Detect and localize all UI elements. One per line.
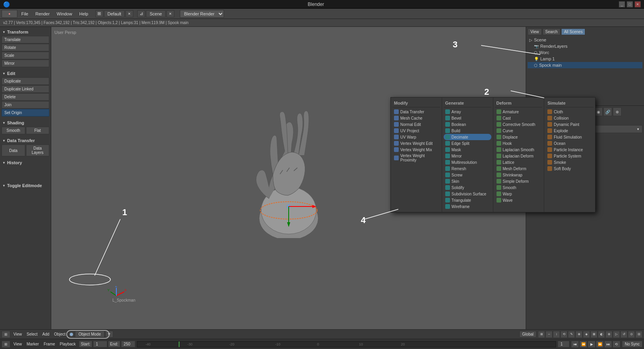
tb-icon-8[interactable]: ⊠ bbox=[590, 331, 597, 338]
mod-curve[interactable]: Curve bbox=[495, 128, 543, 134]
mod-simple-deform[interactable]: Simple Deform bbox=[495, 178, 543, 184]
scene-label[interactable]: Scene bbox=[146, 10, 165, 17]
scene-close[interactable]: ✕ bbox=[166, 10, 174, 17]
mirror-button[interactable]: Mirror bbox=[2, 60, 49, 67]
history-section-header[interactable]: History bbox=[2, 159, 49, 166]
scene-item-spockmain[interactable]: ⬡ Spock main bbox=[528, 62, 642, 68]
mod-warp[interactable]: Warp bbox=[495, 191, 543, 197]
mod-remesh[interactable]: Remesh bbox=[444, 165, 491, 172]
mod-smooth[interactable]: Smooth bbox=[495, 184, 543, 191]
mod-cloth[interactable]: Cloth bbox=[546, 109, 594, 115]
add-menu[interactable]: Add bbox=[41, 331, 51, 337]
tb-icon-2[interactable]: ↔ bbox=[545, 331, 553, 338]
scene-icon[interactable]: ⊿ bbox=[137, 10, 145, 17]
scene-item-scene[interactable]: ▷ Scene bbox=[528, 37, 642, 43]
mod-vertex-weight-edit[interactable]: Vertex Weight Edit bbox=[392, 140, 440, 146]
mod-particle-instance[interactable]: Particle Instance bbox=[546, 146, 594, 153]
timeline-icon[interactable]: ⊞ bbox=[2, 341, 10, 348]
tb-icon-13[interactable]: ⊙ bbox=[628, 331, 635, 338]
prop-texture-icon[interactable]: 🔗 bbox=[603, 107, 612, 116]
engine-dropdown[interactable]: Blender Render bbox=[180, 10, 224, 18]
tb-icon-12[interactable]: ↺ bbox=[620, 331, 627, 338]
mode-dropdown[interactable]: Object Mode bbox=[75, 331, 105, 338]
mod-build[interactable]: Build bbox=[444, 128, 491, 134]
mod-displace[interactable]: Displace bbox=[495, 134, 543, 140]
mod-laplacian-deform[interactable]: Laplacian Deform bbox=[495, 153, 543, 159]
mod-smoke[interactable]: Smoke bbox=[546, 159, 594, 165]
scene-item-lamp[interactable]: 💡 Lamp 1 bbox=[528, 56, 642, 62]
mod-uv-warp[interactable]: UV Warp bbox=[392, 134, 440, 140]
edit-section-header[interactable]: Edit bbox=[2, 70, 49, 77]
viewport-icon-btn[interactable]: ⊞ bbox=[2, 331, 10, 338]
mod-dynamic-paint[interactable]: Dynamic Paint bbox=[546, 121, 594, 128]
mod-hook[interactable]: Hook bbox=[495, 140, 543, 146]
duplicate-button[interactable]: Duplicate bbox=[2, 77, 49, 85]
data-layers-button[interactable]: Data Layers bbox=[26, 144, 50, 156]
join-button[interactable]: Join bbox=[2, 101, 49, 109]
shading-section-header[interactable]: Shading bbox=[2, 119, 49, 126]
tb-icon-10[interactable]: ⊛ bbox=[605, 331, 612, 338]
mod-wave[interactable]: Wave bbox=[495, 197, 543, 203]
tb-icon-4[interactable]: ⟲ bbox=[560, 331, 567, 338]
mod-soft-body[interactable]: Soft Body bbox=[546, 165, 594, 172]
mod-particle-system[interactable]: Particle System bbox=[546, 153, 594, 159]
mod-boolean[interactable]: Boolean bbox=[444, 121, 491, 128]
menu-help[interactable]: Help bbox=[76, 11, 91, 17]
flat-button[interactable]: Flat bbox=[26, 127, 50, 134]
timeline-playback[interactable]: Playback bbox=[58, 341, 78, 347]
mod-multiresolution[interactable]: Multiresolution bbox=[444, 159, 491, 165]
toggle-editmode-header[interactable]: Toggle Editmode bbox=[2, 182, 49, 189]
mod-mask[interactable]: Mask bbox=[444, 146, 491, 153]
timeline-view[interactable]: View bbox=[12, 341, 24, 347]
tb-icon-5[interactable]: ✎ bbox=[568, 331, 575, 338]
mod-armature[interactable]: Armature bbox=[495, 109, 543, 115]
mode-arrow[interactable]: ▼ bbox=[105, 331, 113, 338]
menu-render[interactable]: Render bbox=[32, 11, 53, 17]
play-forward[interactable]: ⏩ bbox=[596, 341, 604, 348]
tb-icon-3[interactable]: ↕ bbox=[553, 331, 560, 338]
delete-button[interactable]: Delete bbox=[2, 93, 49, 101]
mod-lattice[interactable]: Lattice bbox=[495, 159, 543, 165]
select-menu[interactable]: Select bbox=[25, 331, 39, 337]
maximize-button[interactable]: □ bbox=[627, 1, 633, 8]
mod-uv-project[interactable]: UV Project bbox=[392, 128, 440, 134]
view-button[interactable]: View bbox=[528, 28, 542, 35]
play-button[interactable]: ▶ bbox=[588, 341, 595, 348]
mod-wireframe[interactable]: Wireframe bbox=[444, 203, 491, 210]
close-button[interactable]: ✕ bbox=[635, 1, 641, 8]
tb-icon-7[interactable]: ◈ bbox=[583, 331, 590, 338]
global-dropdown[interactable]: Global bbox=[519, 331, 536, 338]
tb-icon-1[interactable]: ⊞ bbox=[538, 331, 545, 338]
scene-item-worc[interactable]: ⬡ Worc bbox=[528, 49, 642, 56]
tb-icon-6[interactable]: ⊕ bbox=[575, 331, 582, 338]
prop-particles-icon[interactable]: ⊕ bbox=[613, 107, 622, 116]
play-begin[interactable]: ⏮ bbox=[571, 341, 579, 348]
mod-bevel[interactable]: Bevel bbox=[444, 115, 491, 121]
mod-skin[interactable]: Skin bbox=[444, 178, 491, 184]
mod-mesh-cache[interactable]: Mesh Cache bbox=[392, 115, 440, 121]
mode-dot[interactable] bbox=[69, 332, 74, 337]
menu-window[interactable]: Window bbox=[54, 11, 75, 17]
set-origin-button[interactable]: Set Origin bbox=[2, 109, 49, 116]
play-end[interactable]: ⏭ bbox=[604, 341, 612, 348]
mod-laplacian-smooth[interactable]: Laplacian Smooth bbox=[495, 146, 543, 153]
timeline-start-input[interactable]: 1 bbox=[93, 341, 107, 347]
mod-vertex-weight-proximity[interactable]: Vertex Weight Proximity bbox=[392, 153, 440, 163]
mod-screw[interactable]: Screw bbox=[444, 172, 491, 178]
transform-section-header[interactable]: Transform bbox=[2, 28, 49, 36]
all-scenes-button[interactable]: All Scenes bbox=[561, 28, 585, 35]
tb-icon-9[interactable]: ◐ bbox=[598, 331, 605, 338]
timeline-frame[interactable]: Frame bbox=[42, 341, 57, 347]
mod-triangulate[interactable]: Triangulate bbox=[444, 197, 491, 203]
smooth-button[interactable]: Smooth bbox=[2, 127, 25, 134]
mod-subdivision-surface[interactable]: Subdivision Surface bbox=[444, 191, 491, 197]
mod-corrective-smooth[interactable]: Corrective Smooth bbox=[495, 121, 543, 128]
mod-solidify[interactable]: Solidify bbox=[444, 184, 491, 191]
blender-logo[interactable]: ● bbox=[2, 10, 17, 18]
mod-decimate[interactable]: Decimate bbox=[444, 134, 491, 140]
mod-mirror[interactable]: Mirror bbox=[444, 153, 491, 159]
scale-button[interactable]: Scale bbox=[2, 52, 49, 59]
scene-item-renderlayers[interactable]: 📷 RenderLayers bbox=[528, 43, 642, 49]
timeline-end-input[interactable]: 250 bbox=[121, 341, 135, 347]
mod-data-transfer[interactable]: Data Transfer bbox=[392, 109, 440, 115]
